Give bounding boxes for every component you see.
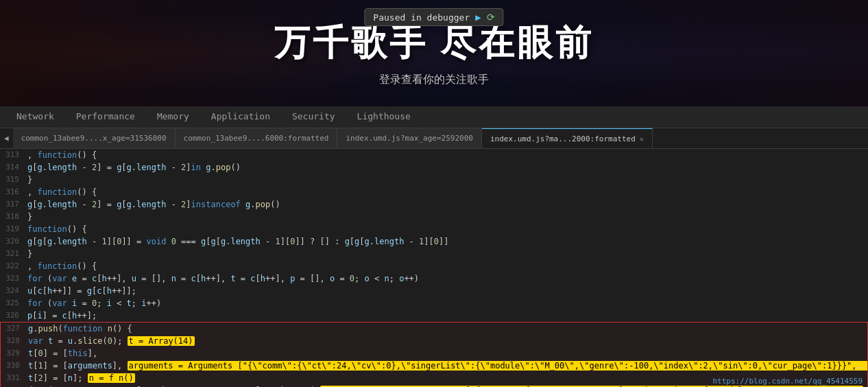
code-editor: 313 , function() { 314 g[g.length - 2] =… xyxy=(0,149,868,387)
tab-memory[interactable]: Memory xyxy=(146,107,200,127)
debugger-banner: Paused in debugger ▶ ⟳ xyxy=(364,8,503,26)
code-lines-container: 313 , function() { 314 g[g.length - 2] =… xyxy=(0,149,868,322)
step-over-icon[interactable]: ⟳ xyxy=(487,12,495,23)
code-line-328: 328 var t = u.slice(0); t = Array(14) xyxy=(1,335,867,347)
hero-subtitle: 登录查看你的关注歌手 xyxy=(379,73,489,87)
file-tab-4[interactable]: index.umd.js?ma...2000:formatted ✕ xyxy=(482,128,653,148)
file-tab-4-close[interactable]: ✕ xyxy=(640,135,644,143)
code-line-330: 330 t[1] = [arguments], arguments = Argu… xyxy=(1,360,867,372)
debugger-text: Paused in debugger xyxy=(373,12,470,23)
code-line-323: 323 for (var e = c[h++], u = [], n = c[h… xyxy=(0,272,868,285)
code-line-324: 324 u[c[h++]] = g[c[h++]]; xyxy=(0,285,868,297)
file-tab-3[interactable]: index.umd.js?max_age=2592000 xyxy=(337,128,481,148)
code-line-321: 321 } xyxy=(0,248,868,260)
code-line-317: 317 g[g.length - 2] = g[g.length - 2]ins… xyxy=(0,198,868,211)
code-line-322: 322 , function() { xyxy=(0,260,868,272)
code-line-327: 327 g.push(function n() { xyxy=(1,322,867,335)
file-tab-1[interactable]: common_13abee9....x_age=31536000 xyxy=(13,128,176,148)
resume-icon[interactable]: ▶ xyxy=(475,12,481,23)
tab-network[interactable]: Network xyxy=(5,107,65,127)
code-line-319: 319 function() { xyxy=(0,223,868,235)
file-tab-scroll-left[interactable]: ◀ xyxy=(0,128,13,148)
tab-lighthouse[interactable]: Lighthouse xyxy=(346,107,422,127)
file-tab-2-label: common_13abee9....6000:formatted xyxy=(184,134,329,143)
code-line-320: 320 g[g[g.length - 1][0]] = void 0 === g… xyxy=(0,235,868,248)
status-url: https://blog.csdn.net/qq_45414559 xyxy=(712,377,863,386)
hero-banner: Paused in debugger ▶ ⟳ 万千歌手 尽在眼前 登录查看你的关… xyxy=(0,0,868,106)
file-tab-2[interactable]: common_13abee9....6000:formatted xyxy=(176,128,338,148)
code-line-316: 316 , function() { xyxy=(0,186,868,198)
code-line-313: 313 , function() { xyxy=(0,149,868,161)
code-line-314: 314 g[g.length - 2] = g[g.length - 2]in … xyxy=(0,161,868,174)
code-line-315: 315 } xyxy=(0,174,868,186)
code-line-318: 318 } xyxy=(0,211,868,223)
hero-title: 万千歌手 尽在眼前 xyxy=(274,19,594,67)
file-tab-4-label: index.umd.js?ma...2000:formatted xyxy=(490,134,636,143)
file-tab-3-label: index.umd.js?max_age=2592000 xyxy=(346,134,472,143)
tab-application[interactable]: Application xyxy=(200,107,281,127)
code-line-326: 326 p[i] = c[h++]; xyxy=(0,309,868,322)
tab-performance[interactable]: Performance xyxy=(65,107,146,127)
code-line-329: 329 t[0] = [this], xyxy=(1,347,867,360)
tab-security[interactable]: Security xyxy=(281,107,346,127)
file-tab-1-label: common_13abee9....x_age=31536000 xyxy=(21,134,167,143)
file-tab-bar: ◀ common_13abee9....x_age=31536000 commo… xyxy=(0,128,868,149)
code-line-325: 325 for (var i = 0; i < t; i++) xyxy=(0,297,868,309)
devtools-tab-bar: Network Performance Memory Application S… xyxy=(0,106,868,128)
